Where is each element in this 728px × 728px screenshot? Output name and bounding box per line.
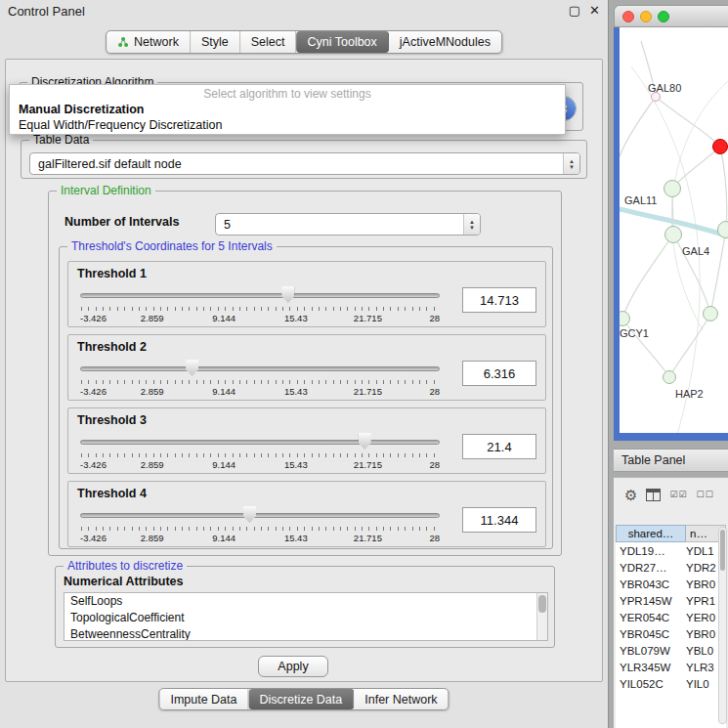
network-node-label: GAL4 bbox=[682, 245, 709, 257]
show-columns-icon[interactable] bbox=[646, 489, 661, 501]
table-row[interactable]: YPR145WYPR1 bbox=[616, 592, 726, 609]
table-row[interactable]: YBL079WYBL0 bbox=[616, 642, 726, 659]
table-row[interactable]: YBR045CYBR0 bbox=[616, 625, 726, 642]
table-cell[interactable]: YIL052C bbox=[616, 678, 686, 690]
network-node[interactable] bbox=[663, 370, 676, 384]
table-cell[interactable]: YBR045C bbox=[616, 628, 686, 640]
scrollbar-thumb[interactable] bbox=[720, 530, 725, 571]
network-node[interactable] bbox=[615, 311, 630, 326]
network-node-selected[interactable] bbox=[712, 139, 728, 154]
numerical-attributes-label: Numerical Attributes bbox=[64, 575, 183, 588]
tab-label: Discretize Data bbox=[260, 693, 343, 707]
network-node[interactable] bbox=[664, 226, 682, 243]
tab-label: Select bbox=[251, 35, 285, 49]
slider-tick-label: 28 bbox=[429, 459, 440, 470]
table-panel-title: Table Panel bbox=[621, 453, 685, 467]
arrow-down-icon: ▼ bbox=[469, 225, 475, 231]
table-cell[interactable]: YDR27… bbox=[616, 562, 686, 574]
tab-cyni-toolbox[interactable]: Cyni Toolbox bbox=[296, 31, 388, 53]
scrollbar-thumb[interactable] bbox=[538, 595, 546, 613]
list-item[interactable]: TopologicalCoefficient bbox=[64, 610, 547, 626]
tab-impute-data[interactable]: Impute Data bbox=[159, 689, 248, 709]
select-all-icon[interactable]: ☑☑ bbox=[669, 488, 687, 502]
tab-discretize-data[interactable]: Discretize Data bbox=[249, 689, 355, 709]
table-cell[interactable]: YLR345W bbox=[616, 662, 686, 673]
table-row[interactable]: YIL052CYIL0 bbox=[616, 675, 726, 692]
table-scrollbar[interactable] bbox=[718, 527, 727, 724]
threshold-4-value-field[interactable]: 11.344 bbox=[462, 507, 536, 533]
cyni-toolbox-panel: Discretization Algorithm ▲ ▼ Select algo… bbox=[5, 59, 603, 682]
window-title: Control Panel bbox=[8, 4, 85, 19]
slider-thumb[interactable] bbox=[359, 433, 371, 450]
dropdown-option-equal-width-frequency[interactable]: Equal Width/Frequency Discretization bbox=[10, 117, 565, 133]
threshold-3-value-field[interactable]: 21.4 bbox=[462, 434, 536, 459]
list-item[interactable]: BetweennessCentrality bbox=[64, 626, 547, 641]
table-row[interactable]: YER054CYER0 bbox=[616, 609, 726, 625]
slider-tick-label: 15.43 bbox=[284, 386, 308, 397]
table-cell[interactable]: YBL079W bbox=[616, 645, 686, 657]
table-row[interactable]: YDL19…YDL1 bbox=[616, 542, 726, 559]
zoom-traffic-light-icon[interactable] bbox=[658, 11, 669, 22]
slider-thumb[interactable] bbox=[186, 360, 198, 376]
slider-track[interactable] bbox=[80, 440, 440, 445]
slider-track[interactable] bbox=[80, 366, 440, 371]
control-panel-window: Control Panel ▢ ✕ Network Style Select C… bbox=[0, 0, 609, 728]
apply-button[interactable]: Apply bbox=[258, 656, 328, 677]
table-cell[interactable]: YER054C bbox=[616, 612, 686, 623]
slider-thumb[interactable] bbox=[243, 506, 256, 523]
threshold-2-value-field[interactable]: 6.316 bbox=[462, 361, 536, 386]
tab-network[interactable]: Network bbox=[107, 31, 191, 53]
threshold-1-slider[interactable]: -3.426 2.859 9.144 15.43 21.715 28 bbox=[80, 286, 440, 325]
threshold-3-slider[interactable]: -3.426 2.859 9.144 15.43 21.715 28 bbox=[80, 433, 440, 472]
table-data-group: Table Data galFiltered.sif default node … bbox=[21, 140, 587, 179]
numerical-attributes-list[interactable]: SelfLoops TopologicalCoefficient Between… bbox=[64, 592, 548, 641]
tab-label: jActiveMNodules bbox=[400, 35, 491, 49]
table-row[interactable]: YDR27…YDR2 bbox=[616, 559, 726, 576]
threshold-1-value-field[interactable]: 14.713 bbox=[462, 287, 536, 313]
close-window-icon[interactable]: ✕ bbox=[589, 4, 600, 18]
slider-tick-label: 9.144 bbox=[212, 459, 236, 470]
slider-track[interactable] bbox=[80, 293, 440, 298]
tab-jactivemnodules[interactable]: jActiveMNodules bbox=[389, 31, 501, 53]
table-panel-toolbar: ⚙ ☑☑ ☐☐ bbox=[614, 478, 728, 511]
number-of-intervals-combobox[interactable]: 5 ▲ ▼ bbox=[215, 213, 481, 236]
slider-tick-label: 15.43 bbox=[284, 459, 308, 470]
gear-icon[interactable]: ⚙ bbox=[624, 488, 637, 502]
network-view-window: GAL80 GAL11 GAL4 GCY1 HAP2 bbox=[614, 5, 728, 441]
network-window-titlebar[interactable] bbox=[614, 5, 728, 27]
minimize-traffic-light-icon[interactable] bbox=[640, 11, 652, 22]
list-scrollbar[interactable] bbox=[536, 593, 547, 640]
dropdown-option-manual-discretization[interactable]: Manual Discretization bbox=[10, 102, 565, 117]
deselect-all-icon[interactable]: ☐☐ bbox=[697, 488, 714, 502]
float-window-icon[interactable]: ▢ bbox=[569, 4, 580, 18]
network-node[interactable] bbox=[717, 221, 728, 238]
network-node[interactable] bbox=[664, 180, 681, 197]
table-row[interactable]: YLR345WYLR3 bbox=[616, 659, 726, 675]
tab-infer-network[interactable]: Infer Network bbox=[354, 689, 448, 709]
tab-select[interactable]: Select bbox=[240, 31, 297, 53]
table-cell[interactable]: YDL19… bbox=[616, 545, 686, 557]
column-header-shared-name[interactable]: shared… bbox=[616, 525, 686, 542]
slider-ticks bbox=[81, 380, 439, 384]
bottom-tab-bar: Impute Data Discretize Data Infer Networ… bbox=[158, 688, 449, 710]
close-traffic-light-icon[interactable] bbox=[622, 11, 634, 22]
list-item[interactable]: SelfLoops bbox=[64, 593, 547, 610]
threshold-2-slider[interactable]: -3.426 2.859 9.144 15.43 21.715 28 bbox=[80, 360, 440, 399]
table-row[interactable]: YBR043CYBR0 bbox=[616, 576, 726, 592]
slider-tick-label: 21.715 bbox=[354, 533, 382, 543]
network-node[interactable] bbox=[703, 306, 718, 321]
table-cell[interactable]: YBR043C bbox=[616, 578, 686, 590]
slider-tick-label: 28 bbox=[429, 313, 440, 323]
network-canvas[interactable]: GAL80 GAL11 GAL4 GCY1 HAP2 bbox=[614, 27, 728, 441]
slider-thumb[interactable] bbox=[281, 286, 294, 303]
slider-track[interactable] bbox=[80, 513, 440, 518]
table-data-combobox[interactable]: galFiltered.sif default node ▲ ▼ bbox=[29, 152, 580, 175]
group-title: Interval Definition bbox=[57, 184, 155, 198]
threshold-4-slider[interactable]: -3.426 2.859 9.144 15.43 21.715 28 bbox=[80, 506, 440, 545]
slider-ticks bbox=[81, 453, 439, 457]
table-header-row: shared… n… bbox=[616, 525, 726, 542]
tab-style[interactable]: Style bbox=[191, 31, 240, 53]
slider-tick-label: 2.859 bbox=[141, 313, 164, 323]
table-cell[interactable]: YPR145W bbox=[616, 595, 686, 607]
network-node-label: GAL11 bbox=[624, 194, 657, 206]
